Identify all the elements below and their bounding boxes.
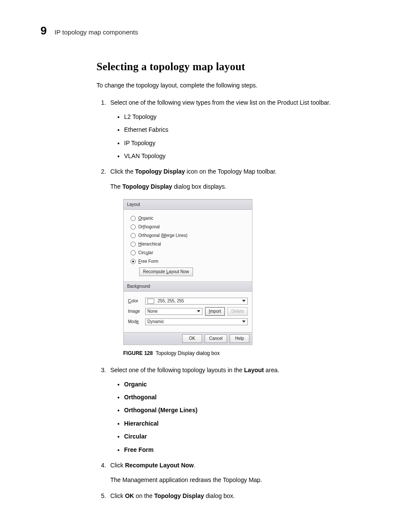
intro-paragraph: To change the topology layout, complete … — [97, 81, 364, 90]
steps-list: Select one of the following view types f… — [97, 98, 364, 501]
step-5-bold1: OK — [125, 492, 134, 499]
background-group-body: Color 255, 255, 255 — [124, 292, 252, 332]
color-swatch — [147, 299, 154, 304]
bullet-orthogonal-merge: Orthogonal (Merge Lines) — [124, 405, 364, 415]
figure-caption-text: Topology Display dialog box — [156, 350, 220, 356]
group-header-background: Background — [124, 281, 252, 292]
import-button[interactable]: Import — [205, 307, 225, 316]
chapter-title: IP topology map components — [54, 28, 138, 36]
step-3-bold: Layout — [244, 367, 264, 373]
step-3-bullets: Organic Orthogonal Orthogonal (Merge Lin… — [110, 380, 364, 454]
section-title: Selecting a topology map layout — [97, 61, 364, 73]
layout-group-body: Organic Orthogonal Orthogonal (Merge Lin… — [124, 210, 252, 281]
step-4-prefix: Click — [110, 462, 125, 469]
step-5: Click OK on the Topology Display dialog … — [108, 491, 364, 501]
image-dropdown[interactable]: None — [145, 308, 202, 315]
bullet-l2: L2 Topology — [124, 112, 364, 121]
radio-label: Organic — [138, 215, 153, 222]
radio-icon — [131, 242, 136, 247]
step-3-text: Select one of the following topology lay… — [110, 367, 244, 373]
color-row: Color 255, 255, 255 — [128, 298, 248, 305]
running-header: 9 IP topology map components — [40, 24, 372, 37]
bullet-free-form: Free Form — [124, 445, 364, 454]
mode-label: Mode — [128, 318, 143, 325]
step-2-suffix: icon on the Topology Map toolbar. — [185, 168, 277, 175]
topology-display-dialog: Layout Organic Orthogonal Orthogonal — [123, 199, 252, 345]
radio-organic[interactable]: Organic — [131, 215, 248, 222]
bullet-circular: Circular — [124, 432, 364, 441]
color-label: Color — [128, 298, 143, 305]
step-1-bullets: L2 Topology Ethernet Fabrics IP Topology… — [110, 112, 364, 161]
step-4-bold: Recompute Layout Now — [125, 462, 193, 469]
radio-free-form[interactable]: Free Form — [131, 258, 248, 265]
color-value: 255, 255, 255 — [158, 298, 184, 305]
chevron-down-icon — [241, 319, 246, 324]
step-1: Select one of the following view types f… — [108, 98, 364, 161]
step-5-prefix: Click — [110, 492, 125, 499]
bullet-ethernet: Ethernet Fabrics — [124, 125, 364, 134]
step-4: Click Recompute Layout Now. The Manageme… — [108, 460, 364, 485]
step-1-text: Select one of the following view types f… — [110, 99, 330, 106]
svg-marker-2 — [242, 320, 246, 323]
dialog-footer: OK Cancel Help — [124, 332, 252, 345]
ok-button[interactable]: OK — [182, 334, 202, 343]
content-block: Selecting a topology map layout To chang… — [97, 61, 364, 501]
bullet-ip: IP Topology — [124, 138, 364, 148]
cancel-button[interactable]: Cancel — [205, 334, 227, 343]
step-5-bold2: Topology Display — [154, 492, 204, 499]
mode-value: Dynamic — [147, 318, 164, 325]
figure-label: FIGURE 128 — [123, 350, 153, 356]
mode-row: Mode Dynamic — [128, 318, 248, 325]
step-2-after: The Topology Display dialog box displays… — [110, 182, 364, 191]
step-2: Click the Topology Display icon on the T… — [108, 167, 364, 358]
step-4-after: The Management application redraws the T… — [110, 475, 364, 485]
radio-icon — [131, 250, 136, 255]
step-3-suffix: area. — [264, 367, 279, 373]
color-dropdown[interactable]: 255, 255, 255 — [145, 298, 248, 305]
step-2-bold: Topology Display — [135, 168, 185, 175]
chevron-down-icon — [196, 309, 201, 314]
image-row: Image None Import Delete — [128, 307, 248, 316]
radio-icon — [131, 233, 136, 238]
radio-label: Orthogonal (Merge Lines) — [138, 232, 187, 239]
radio-circular[interactable]: Circular — [131, 249, 248, 256]
image-label: Image — [128, 308, 143, 315]
figure-caption: FIGURE 128 Topology Display dialog box — [123, 349, 364, 358]
recompute-row: Recompute Layout Now — [139, 268, 248, 276]
radio-icon — [131, 216, 136, 221]
svg-marker-1 — [197, 310, 200, 312]
step-5-mid: on the — [134, 492, 154, 499]
mode-dropdown[interactable]: Dynamic — [145, 318, 248, 325]
chapter-number: 9 — [40, 24, 47, 37]
step-5-suffix: dialog box. — [204, 492, 235, 499]
document-page: 9 IP topology map components Selecting a… — [0, 0, 411, 532]
radio-icon — [131, 224, 136, 230]
step-3: Select one of the following topology lay… — [108, 365, 364, 454]
chevron-down-icon — [241, 299, 246, 304]
bullet-hierarchical: Hierarchical — [124, 419, 364, 428]
group-header-layout: Layout — [124, 199, 252, 210]
help-button[interactable]: Help — [230, 334, 249, 343]
step-4-suffix: . — [194, 462, 196, 469]
bullet-orthogonal: Orthogonal — [124, 392, 364, 402]
radio-icon — [131, 259, 136, 264]
radio-label: Hierarchical — [138, 241, 161, 248]
image-value: None — [147, 308, 158, 315]
recompute-layout-button[interactable]: Recompute Layout Now — [139, 268, 193, 276]
radio-hierarchical[interactable]: Hierarchical — [131, 241, 248, 248]
bullet-vlan: VLAN Topology — [124, 151, 364, 161]
radio-label: Free Form — [138, 258, 159, 265]
radio-label: Orthogonal — [138, 224, 159, 230]
bullet-organic: Organic — [124, 380, 364, 389]
step-2-prefix: Click the — [110, 168, 135, 175]
radio-orthogonal-merge[interactable]: Orthogonal (Merge Lines) — [131, 232, 248, 239]
radio-orthogonal[interactable]: Orthogonal — [131, 224, 248, 230]
radio-label: Circular — [138, 249, 153, 256]
delete-button[interactable]: Delete — [227, 307, 248, 316]
svg-marker-0 — [242, 300, 246, 302]
